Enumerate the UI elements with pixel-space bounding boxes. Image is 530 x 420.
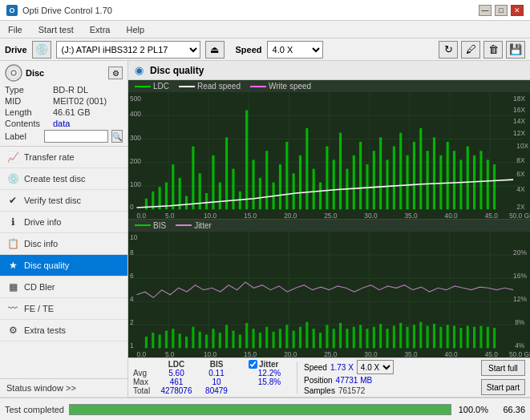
chart-title: Disc quality [150, 65, 204, 76]
jitter-checkbox[interactable] [249, 360, 257, 369]
svg-rect-59 [427, 151, 429, 209]
sidebar-item-drive-info[interactable]: ℹ Drive info [0, 212, 127, 233]
svg-text:400: 400 [130, 110, 141, 118]
svg-rect-41 [305, 128, 308, 209]
svg-rect-159 [473, 326, 475, 348]
svg-rect-133 [299, 326, 301, 348]
menu-file[interactable]: File [5, 23, 26, 36]
svg-rect-46 [339, 133, 342, 210]
drivebar: Drive 💿 (J:) ATAPI iHBS312 2 PL17 ⏏ Spee… [0, 38, 530, 61]
disc-write-icon[interactable]: 🖊 [461, 41, 480, 59]
svg-rect-125 [245, 322, 248, 348]
menu-extra[interactable]: Extra [87, 23, 114, 36]
disc-mid-label: MID [5, 96, 53, 106]
svg-rect-28 [219, 183, 221, 210]
drive-select[interactable]: (J:) ATAPI iHBS312 2 PL17 [56, 41, 200, 59]
disc-action-icon[interactable]: ⚙ [108, 67, 123, 79]
svg-rect-132 [293, 330, 295, 348]
svg-rect-156 [453, 325, 455, 348]
refresh-icon[interactable]: ↻ [439, 41, 458, 59]
svg-rect-114 [172, 329, 174, 348]
svg-rect-123 [232, 330, 234, 348]
sidebar-item-disc-quality[interactable]: ★ Disc quality [0, 255, 127, 277]
svg-rect-54 [393, 147, 395, 210]
svg-text:0.0: 0.0 [136, 349, 146, 357]
stats-total-jitter [249, 386, 290, 395]
create-test-disc-icon: 💿 [6, 172, 19, 185]
svg-text:10X: 10X [516, 141, 528, 149]
disc-erase-icon[interactable]: 🗑 [483, 41, 503, 59]
menubar: File Start test Extra Help [0, 21, 530, 38]
position-row: Position 47731 MB [304, 376, 394, 385]
minimize-button[interactable]: — [479, 5, 492, 16]
stats-jitter-header: Jitter [249, 360, 290, 369]
svg-rect-122 [225, 325, 228, 348]
svg-rect-48 [353, 155, 355, 210]
svg-text:6: 6 [130, 271, 134, 280]
svg-rect-134 [305, 321, 308, 348]
svg-text:8X: 8X [516, 155, 524, 164]
disc-label-row: Label 🔍 [5, 130, 123, 143]
jitter-label: Jitter [259, 360, 278, 369]
svg-text:20.0: 20.0 [284, 349, 297, 357]
svg-rect-45 [333, 160, 335, 209]
sidebar-item-create-test-disc[interactable]: 💿 Create test disc [0, 168, 127, 190]
svg-rect-112 [159, 334, 161, 348]
svg-point-2 [8, 67, 19, 79]
svg-rect-67 [479, 151, 482, 209]
svg-rect-137 [326, 325, 328, 348]
sidebar-item-extra-tests[interactable]: ⚙ Extra tests [0, 320, 127, 341]
svg-rect-142 [359, 325, 362, 348]
disc-info-label: Disc info [24, 239, 58, 248]
svg-rect-39 [293, 173, 295, 209]
titlebar-left: O Opti Drive Control 1.70 [6, 5, 112, 16]
legend-ldc-label: LDC [153, 82, 169, 91]
menu-help[interactable]: Help [123, 23, 148, 36]
disc-label-input[interactable] [44, 130, 108, 143]
svg-rect-57 [413, 142, 415, 209]
svg-rect-130 [279, 329, 281, 348]
svg-rect-154 [439, 326, 442, 348]
svg-text:100: 100 [130, 180, 141, 188]
sidebar-item-cd-bler[interactable]: ▦ CD Bler [0, 277, 127, 298]
svg-text:45.0: 45.0 [485, 349, 498, 357]
svg-text:1: 1 [130, 341, 134, 349]
statusbar: Test completed 100.0% 66.36 [0, 398, 530, 420]
svg-text:5.0: 5.0 [165, 349, 175, 357]
sidebar-item-disc-info[interactable]: 📋 Disc info [0, 233, 127, 255]
svg-rect-44 [326, 147, 328, 210]
sidebar-item-verify-test-disc[interactable]: ✔ Verify test disc [0, 190, 127, 212]
stats-avg-row: Avg 5.60 0.11 12.2% [133, 369, 290, 378]
svg-text:2: 2 [130, 317, 134, 326]
position-label: Position [304, 376, 333, 385]
extra-tests-icon: ⚙ [6, 324, 19, 337]
speed-select[interactable]: 4.0 X [267, 41, 323, 59]
svg-rect-162 [493, 327, 496, 347]
svg-rect-60 [433, 137, 435, 209]
disc-mid-row: MID MEIT02 (001) [5, 96, 123, 106]
speed-select-control[interactable]: 4.0 X [357, 360, 394, 374]
svg-rect-115 [179, 333, 181, 348]
legend-readspeed: Read speed [179, 82, 241, 91]
eject-button[interactable]: ⏏ [205, 41, 225, 59]
close-button[interactable]: ✕ [511, 5, 524, 16]
maximize-button[interactable]: □ [495, 5, 508, 16]
status-window-button[interactable]: Status window >> [0, 378, 127, 398]
svg-rect-62 [447, 142, 449, 209]
svg-rect-129 [273, 331, 275, 348]
start-part-button[interactable]: Start part [481, 379, 525, 395]
sidebar-item-fe-te[interactable]: 〰 FE / TE [0, 298, 127, 320]
svg-rect-111 [152, 333, 154, 348]
start-full-button[interactable]: Start full [481, 360, 525, 376]
disc-label-button[interactable]: 🔍 [111, 130, 123, 143]
disc-contents-row: Contents data [5, 119, 123, 128]
svg-rect-30 [232, 169, 234, 210]
svg-text:25.0: 25.0 [324, 349, 337, 357]
samples-value: 761572 [338, 386, 365, 395]
menu-start-test[interactable]: Start test [35, 23, 77, 36]
save-icon[interactable]: 💾 [506, 41, 525, 59]
svg-text:0: 0 [130, 203, 134, 211]
legend-bis-label: BIS [153, 221, 166, 230]
sidebar-item-transfer-rate[interactable]: 📈 Transfer rate [0, 147, 127, 168]
svg-rect-119 [205, 334, 208, 348]
